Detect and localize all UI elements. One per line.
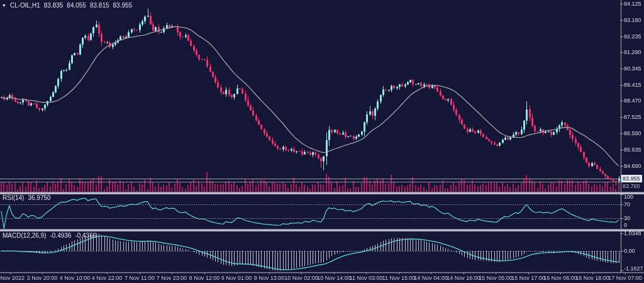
macd-value: -0.4936 (50, 232, 71, 239)
rsi-axis-label: 30 (624, 215, 630, 221)
symbol-info-bar: ▼ CL-OIL,H1 83.835 84.055 83.815 83.955 (2, 2, 132, 9)
rsi-axis-label: 0 (624, 222, 627, 228)
chart-expander-icon[interactable]: ▼ (2, 3, 6, 9)
panel-resize-handle-rsi[interactable] (0, 192, 644, 194)
price-axis-label: 84.690 (624, 163, 641, 169)
time-axis-label: 4 Nov 10:00 (60, 275, 91, 281)
time-axis-label: 16 Nov 18:00 (575, 275, 609, 281)
rsi-name: RSI(14) (3, 194, 24, 201)
price-chart-canvas[interactable] (0, 0, 644, 283)
price-axis-label: 88.470 (624, 97, 641, 104)
price-axis-label: 92.235 (624, 33, 641, 40)
time-axis-label: 3 Nov 2022 (0, 275, 25, 281)
time-axis-label: 9 Nov 13:00 (254, 275, 285, 281)
trading-chart-window: ▼ CL-OIL,H1 83.835 84.055 83.815 83.955 … (0, 0, 644, 283)
panel-resize-handle-macd[interactable] (0, 229, 644, 231)
macd-signal-value: -0.4366 (75, 232, 96, 239)
ohlc-open: 83.835 (44, 2, 64, 9)
price-axis-label: 90.345 (624, 65, 641, 72)
rsi-indicator-label: RSI(14) 36.9750 (3, 194, 51, 201)
rsi-value: 36.9750 (28, 194, 50, 201)
price-axis-label: 87.525 (624, 114, 641, 120)
price-axis-label: 89.415 (624, 82, 641, 88)
time-axis-label: 4 Nov 22:00 (92, 275, 123, 281)
price-axis-label: 94.125 (624, 1, 641, 7)
time-axis-label: 7 Nov 11:00 (125, 275, 155, 281)
ohlc-high: 84.055 (67, 2, 86, 9)
rsi-axis-label: 100 (624, 194, 633, 200)
price-axis-label: 86.580 (624, 130, 641, 136)
price-axis-label: 93.180 (624, 17, 641, 23)
time-axis-label: 16 Nov 06:00 (543, 275, 577, 281)
price-axis-label: 91.290 (624, 49, 641, 55)
time-axis-label: 11 Nov 03:00 (350, 275, 383, 281)
time-axis-label: 15 Nov 05:00 (479, 275, 513, 281)
time-axis-label: 14 Nov 16:00 (447, 275, 480, 281)
macd-axis-label: -1.1627 (624, 265, 643, 272)
macd-name: MACD(12,26,9) (3, 232, 46, 239)
macd-axis-label: 0.00 (624, 248, 635, 254)
ohlc-low: 83.815 (90, 2, 109, 9)
time-axis-label: 7 Nov 23:00 (157, 275, 187, 281)
ohlc-close: 83.955 (113, 2, 133, 9)
time-axis-label: 10 Nov 14:00 (317, 275, 351, 281)
time-axis-label: 11 Nov 15:00 (382, 275, 416, 281)
time-axis-label: 14 Nov 04:00 (414, 275, 448, 281)
time-axis-label: 9 Nov 01:00 (221, 275, 252, 281)
time-axis-label: 3 Nov 20:00 (27, 275, 58, 281)
symbol-period-label: CL-OIL,H1 (10, 2, 40, 9)
price-axis-label: 85.635 (624, 147, 641, 153)
time-axis-label: 15 Nov 17:00 (511, 275, 545, 281)
time-axis-label: 10 Nov 02:00 (284, 275, 318, 281)
macd-axis-label: 1.0348 (624, 230, 641, 236)
time-axis-label: 17 Nov 07:00 (608, 275, 642, 281)
rsi-axis-label: 70 (624, 201, 630, 208)
macd-indicator-label: MACD(12,26,9) -0.4936 -0.4366 (3, 232, 96, 239)
current-price-badge: 83.955 (621, 175, 642, 182)
horizontal-line-price-label: 83.760 (623, 183, 640, 189)
time-axis-label: 8 Nov 12:00 (189, 275, 220, 281)
